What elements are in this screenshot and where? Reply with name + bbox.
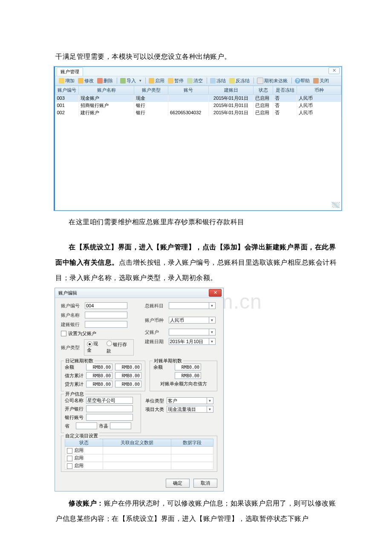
- column-header[interactable]: 账户编号: [55, 86, 79, 94]
- table-cell: [103, 447, 171, 454]
- currency-combo[interactable]: 人民币▼: [169, 317, 216, 324]
- province-input[interactable]: [76, 422, 97, 429]
- table-cell: 2015年01月01日: [209, 94, 254, 102]
- label-code: 账户编号: [61, 303, 85, 309]
- recon-balance-input[interactable]: [175, 364, 201, 370]
- paragraph-modify-account: 修改账户：账户在停用状态时，可以修改账户信息；如果该账户启用了，则可以修改账户信…: [55, 496, 337, 526]
- table-cell: 已启用: [254, 102, 273, 109]
- recon-note: 对账单余额方向在借方: [160, 381, 207, 387]
- chevron-down-icon: ▼: [207, 398, 213, 404]
- clear-icon: [187, 78, 193, 84]
- column-header[interactable]: 账号: [168, 86, 209, 94]
- journal-balance-input[interactable]: [86, 364, 112, 370]
- help-button[interactable]: ?帮助: [294, 77, 311, 84]
- table-cell: 2015年01月01日: [209, 102, 254, 109]
- pause-button[interactable]: 暂停: [167, 77, 185, 84]
- window-close-button[interactable]: ✕: [329, 67, 340, 74]
- column-header[interactable]: 账户类型: [134, 86, 168, 94]
- table-cell: [168, 102, 209, 109]
- chevron-down-icon: ▼: [209, 303, 215, 309]
- table-cell: 否: [273, 102, 297, 109]
- resize-grip[interactable]: [332, 202, 340, 208]
- group-recon-initial: 对账单期初数 余额 对账单余额方向在借方: [150, 361, 217, 391]
- delete-button[interactable]: 删除: [96, 77, 114, 84]
- column-header[interactable]: 账户名称: [79, 86, 134, 94]
- account-edit-dialog: 账户编辑 ✕ 账户编号 账户名称 建账银行 设置为父账户 账户类型 现金: [55, 288, 224, 491]
- freeze-icon: [210, 78, 216, 84]
- tab-account-management[interactable]: 账户管理: [57, 67, 83, 76]
- journal-debit-input-2[interactable]: [115, 372, 141, 379]
- chevron-down-icon: ▼: [207, 406, 213, 412]
- table-cell: 现金: [134, 94, 168, 102]
- cancel-button[interactable]: 取消: [193, 479, 217, 488]
- date-picker[interactable]: 2015年 1月10日▼: [169, 338, 216, 345]
- journal-balance-input-2[interactable]: [115, 364, 141, 370]
- status-cell[interactable]: 启用: [65, 454, 103, 462]
- table-cell: 已启用: [254, 94, 273, 102]
- chevron-down-icon: ▼: [209, 317, 215, 323]
- paragraph-intro: 干满足管理需要，本模块可以以便您设立各种出纳账户。: [55, 49, 337, 64]
- table-cell: 662065304032: [168, 109, 209, 116]
- enable-checkbox[interactable]: [67, 456, 72, 461]
- table-cell: 人民币: [297, 109, 341, 116]
- dialog-close-button[interactable]: ✕: [209, 289, 222, 297]
- table-cell: 招商银行账户: [79, 102, 134, 109]
- open-bank-input[interactable]: [86, 405, 133, 412]
- add-button[interactable]: 增加: [58, 77, 76, 84]
- table-row[interactable]: 002建行账户银行6620653040322015年01月01日已启用否人民币: [55, 109, 341, 116]
- import-button[interactable]: 导入: [119, 77, 137, 84]
- recon-value-input[interactable]: [175, 372, 201, 379]
- ok-button[interactable]: 确定: [166, 479, 190, 488]
- label-currency: 账户币种: [145, 317, 169, 324]
- column-header[interactable]: 建账日: [209, 86, 254, 94]
- journal-credit-input[interactable]: [86, 381, 112, 387]
- city-input[interactable]: [110, 422, 131, 429]
- table-row[interactable]: 启用: [65, 447, 213, 454]
- table-row[interactable]: 001招商银行账户银行2015年01月01日已启用否人民币: [55, 102, 341, 109]
- import-icon: [120, 78, 126, 84]
- column-header[interactable]: 币种: [297, 86, 341, 94]
- enable-checkbox[interactable]: [67, 463, 72, 469]
- gl-combo[interactable]: ▼: [169, 302, 216, 309]
- set-parent-checkbox[interactable]: [61, 331, 66, 336]
- status-cell[interactable]: 启用: [65, 447, 103, 454]
- journal-debit-input[interactable]: [86, 372, 112, 379]
- account-table: 账户编号账户名称账户类型账号建账日状态是否冻结币种 003现金账户现金2015年…: [55, 86, 341, 116]
- bank-account-input[interactable]: [86, 414, 133, 421]
- column-header: 数据字段: [171, 439, 213, 447]
- account-bank-input[interactable]: [85, 321, 127, 328]
- edit-button[interactable]: 修改: [77, 77, 95, 84]
- table-row[interactable]: 启用: [65, 454, 213, 462]
- close-button[interactable]: 关闭: [312, 77, 330, 84]
- parent-account-combo[interactable]: ▼: [169, 329, 216, 335]
- import-dropdown[interactable]: ▾: [138, 78, 143, 83]
- table-cell: 银行: [134, 109, 168, 116]
- clear-button[interactable]: 清空: [186, 77, 204, 84]
- init-pending-button[interactable]: 期初未达账: [256, 77, 289, 84]
- enable-button[interactable]: 启用: [147, 77, 166, 84]
- project-type-combo[interactable]: 现金流量项目▼: [167, 406, 213, 413]
- column-header[interactable]: 是否冻结: [273, 86, 297, 94]
- company-name-input[interactable]: [86, 397, 133, 404]
- delete-icon: [97, 78, 103, 84]
- unit-type-combo[interactable]: 客户▼: [167, 397, 213, 404]
- close-icon: [313, 78, 319, 84]
- account-name-input[interactable]: [85, 312, 127, 318]
- radio-cash[interactable]: 现金: [87, 341, 102, 354]
- account-code-input[interactable]: [85, 302, 127, 309]
- status-cell[interactable]: 启用: [65, 462, 103, 470]
- journal-credit-input-2[interactable]: [115, 381, 141, 387]
- custom-items-table: 状态关联自定义数据数据字段 启用启用启用: [65, 439, 213, 470]
- column-header[interactable]: 状态: [254, 86, 273, 94]
- freeze-button[interactable]: 冻结: [209, 77, 227, 84]
- unfreeze-button[interactable]: 反冻结: [228, 77, 251, 84]
- table-cell: 银行: [134, 102, 168, 109]
- edit-icon: [78, 78, 84, 84]
- table-row[interactable]: 003现金账户现金2015年01月01日已启用否人民币: [55, 94, 341, 102]
- help-icon: ?: [295, 78, 300, 84]
- label-parent: 父账户: [145, 329, 169, 335]
- table-cell: 003: [55, 94, 79, 102]
- radio-deposit[interactable]: 银行存款: [107, 341, 131, 354]
- table-row[interactable]: 启用: [65, 462, 213, 470]
- enable-checkbox[interactable]: [67, 448, 72, 454]
